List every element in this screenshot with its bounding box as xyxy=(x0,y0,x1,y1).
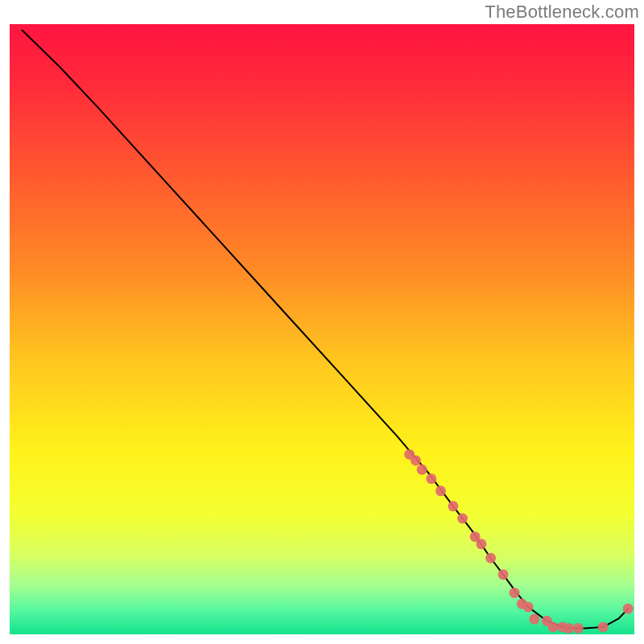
data-point xyxy=(510,588,520,598)
data-point xyxy=(564,623,574,634)
data-point xyxy=(523,601,534,612)
data-point xyxy=(476,539,486,549)
data-point xyxy=(598,621,609,632)
watermark-label: TheBottleneck.com xyxy=(485,2,639,23)
data-point xyxy=(448,501,458,511)
data-point xyxy=(457,513,468,523)
data-point xyxy=(548,621,559,632)
data-point xyxy=(417,464,427,475)
gradient-background xyxy=(10,24,634,634)
data-point xyxy=(426,473,436,484)
bottleneck-chart xyxy=(0,0,644,644)
chart-container: TheBottleneck.com xyxy=(0,0,644,644)
data-point xyxy=(411,455,421,465)
data-point xyxy=(529,614,539,625)
data-point xyxy=(573,623,584,634)
data-point xyxy=(498,569,509,580)
data-point xyxy=(485,553,496,564)
data-point xyxy=(623,604,634,614)
data-point xyxy=(436,485,446,496)
